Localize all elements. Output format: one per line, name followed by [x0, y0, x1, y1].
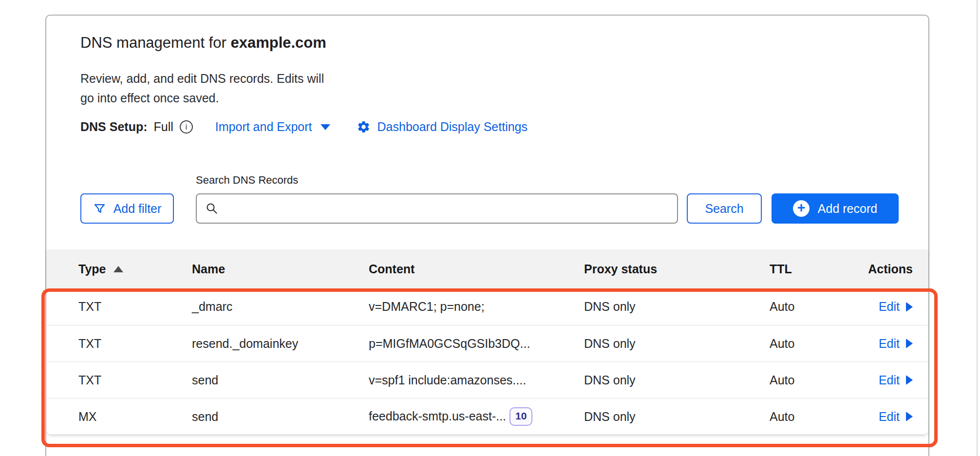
cell-ttl: Auto — [770, 337, 862, 351]
dns-card: DNS management for example.com Review, a… — [45, 15, 929, 456]
cell-type: TXT — [78, 373, 192, 387]
cell-proxy-status: DNS only — [584, 410, 770, 424]
add-filter-button[interactable]: Add filter — [80, 193, 174, 224]
records-toolbar: Add filter Search DNS Records Search — [80, 174, 928, 224]
subtitle-line-2: go into effect once saved. — [80, 91, 219, 105]
cell-name: resend._domainkey — [192, 337, 369, 351]
dashboard-display-settings-label: Dashboard Display Settings — [377, 120, 528, 134]
filter-funnel-icon — [93, 202, 106, 215]
cell-name: send — [192, 410, 369, 424]
column-header-type[interactable]: Type — [78, 262, 192, 276]
add-filter-label: Add filter — [113, 202, 162, 216]
arrow-right-icon — [906, 302, 913, 312]
chevron-down-icon — [320, 124, 330, 130]
cell-content: v=DMARC1; p=none; — [369, 300, 584, 314]
info-icon[interactable] — [180, 120, 193, 133]
edit-label: Edit — [879, 373, 900, 387]
column-header-content: Content — [369, 262, 584, 276]
search-input[interactable] — [225, 201, 668, 216]
subtitle-line-1: Review, add, and edit DNS records. Edits… — [80, 72, 324, 85]
search-box[interactable] — [196, 193, 678, 224]
import-export-link[interactable]: Import and Export — [215, 120, 330, 134]
dns-records-table: Type Name Content Proxy status TTL Actio… — [46, 249, 928, 435]
edit-record-link[interactable]: Edit — [879, 373, 913, 387]
search-field-group: Search DNS Records — [196, 174, 678, 224]
cell-proxy-status: DNS only — [584, 373, 770, 387]
table-row-spf: TXT send v=spf1 include:amazonses.... DN… — [46, 361, 928, 398]
search-button[interactable]: Search — [687, 193, 762, 224]
arrow-right-icon — [906, 339, 913, 348]
cell-name: send — [192, 373, 369, 387]
window-edge-divider — [977, 0, 978, 456]
table-header-row: Type Name Content Proxy status TTL Actio… — [46, 249, 928, 288]
dns-setup-row: DNS Setup: Full Import and Export Dashbo… — [80, 120, 928, 134]
cell-proxy-status: DNS only — [584, 300, 770, 314]
cell-content: p=MIGfMA0GCSqGSIb3DQ... — [369, 337, 584, 351]
dns-management-page: DNS management for example.com Review, a… — [0, 0, 980, 456]
cell-content: feedback-smtp.us-east-... 10 — [369, 407, 584, 425]
cell-type: MX — [78, 410, 192, 424]
column-header-actions: Actions — [868, 262, 913, 276]
dns-setup-value: Full — [154, 120, 173, 134]
page-title-domain: example.com — [230, 34, 326, 51]
table-row-mx: MX send feedback-smtp.us-east-... 10 DNS… — [46, 398, 928, 435]
column-header-type-label: Type — [78, 262, 106, 276]
table-row-dmarc: TXT _dmarc v=DMARC1; p=none; DNS only Au… — [46, 288, 928, 325]
edit-record-link[interactable]: Edit — [879, 410, 913, 424]
cell-proxy-status: DNS only — [584, 337, 770, 351]
arrow-right-icon — [906, 412, 913, 421]
plus-icon — [793, 200, 810, 217]
dns-setup-label: DNS Setup: — [80, 120, 148, 134]
import-export-label: Import and Export — [215, 120, 312, 134]
cell-ttl: Auto — [770, 373, 862, 387]
search-icon — [206, 202, 218, 215]
cell-type: TXT — [78, 300, 192, 314]
page-title-prefix: DNS management for — [80, 34, 230, 51]
cell-name: _dmarc — [192, 300, 369, 314]
edit-label: Edit — [879, 300, 900, 314]
table-row-domainkey: TXT resend._domainkey p=MIGfMA0GCSqGSIb3… — [46, 325, 928, 361]
cell-content: v=spf1 include:amazonses.... — [369, 373, 584, 387]
mx-priority-badge: 10 — [509, 407, 532, 425]
page-title: DNS management for example.com — [80, 33, 928, 53]
content-text: v=spf1 include:amazonses.... — [369, 373, 526, 387]
arrow-right-icon — [906, 375, 913, 385]
edit-label: Edit — [879, 337, 900, 351]
add-record-label: Add record — [818, 202, 877, 216]
edit-record-link[interactable]: Edit — [879, 337, 913, 351]
cell-ttl: Auto — [770, 410, 862, 424]
cell-ttl: Auto — [770, 300, 862, 314]
dashboard-display-settings-link[interactable]: Dashboard Display Settings — [357, 120, 528, 134]
search-button-label: Search — [705, 202, 743, 216]
table-body: TXT _dmarc v=DMARC1; p=none; DNS only Au… — [46, 288, 928, 435]
cell-type: TXT — [78, 337, 192, 351]
edit-label: Edit — [879, 410, 900, 424]
search-field-label: Search DNS Records — [196, 174, 678, 187]
column-header-ttl: TTL — [770, 262, 862, 276]
page-subtitle: Review, add, and edit DNS records. Edits… — [80, 69, 928, 108]
gear-icon — [357, 120, 371, 134]
content-text: p=MIGfMA0GCSqGSIb3DQ... — [369, 337, 530, 351]
column-header-name: Name — [192, 262, 369, 276]
content-text: feedback-smtp.us-east-... — [369, 409, 506, 423]
card-header: DNS management for example.com Review, a… — [46, 16, 928, 224]
column-header-proxy-status: Proxy status — [584, 262, 770, 276]
sort-ascending-icon — [113, 266, 123, 272]
edit-record-link[interactable]: Edit — [879, 300, 913, 314]
add-record-button[interactable]: Add record — [772, 193, 899, 224]
content-text: v=DMARC1; p=none; — [369, 300, 485, 314]
